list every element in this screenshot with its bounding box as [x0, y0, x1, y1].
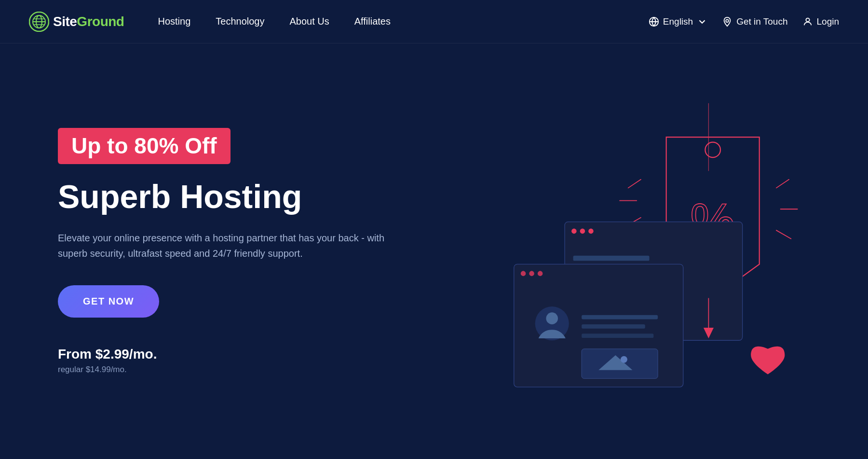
login-label: Login [817, 16, 840, 27]
language-label: English [663, 16, 693, 27]
login-link[interactable]: Login [802, 16, 840, 27]
svg-line-13 [776, 179, 789, 188]
logo-icon [29, 12, 49, 32]
svg-line-10 [628, 179, 641, 188]
hero-section: Up to 80% Off Superb Hosting Elevate you… [0, 43, 868, 459]
svg-rect-20 [573, 255, 650, 261]
get-in-touch-link[interactable]: Get in Touch [722, 16, 787, 27]
cta-button[interactable]: GET NOW [58, 285, 159, 318]
svg-point-28 [546, 312, 558, 324]
svg-line-15 [776, 230, 791, 239]
svg-rect-31 [582, 334, 653, 338]
svg-point-26 [538, 271, 543, 276]
svg-point-5 [726, 19, 729, 22]
nav-link-about-us[interactable]: About Us [280, 11, 339, 32]
svg-point-24 [521, 271, 526, 276]
price-main: From $2.99/mo. [58, 347, 472, 362]
discount-badge: Up to 80% Off [58, 128, 231, 164]
logo-text: SiteGround [53, 14, 124, 29]
nav-links: Hosting Technology About Us Affiliates [148, 11, 648, 32]
nav-link-hosting[interactable]: Hosting [148, 11, 200, 32]
svg-point-19 [588, 228, 594, 234]
svg-point-8 [705, 142, 720, 157]
hero-description: Elevate your online presence with a host… [58, 230, 386, 261]
nav-right: English Get in Touch Login [649, 16, 839, 27]
price-regular: regular $14.99/mo. [58, 365, 472, 375]
language-icon [649, 16, 659, 27]
user-icon [802, 16, 813, 27]
price-block: From $2.99/mo. regular $14.99/mo. [58, 347, 472, 375]
nav-link-affiliates[interactable]: Affiliates [345, 11, 400, 32]
svg-rect-29 [582, 315, 658, 319]
logo[interactable]: SiteGround [29, 12, 124, 32]
location-icon [722, 16, 732, 27]
nav-link-technology[interactable]: Technology [206, 11, 274, 32]
svg-rect-30 [582, 324, 645, 328]
get-in-touch-label: Get in Touch [736, 16, 787, 27]
hero-title: Superb Hosting [58, 179, 472, 215]
language-selector[interactable]: English [649, 16, 707, 27]
navbar: SiteGround Hosting Technology About Us A… [0, 0, 868, 43]
svg-point-34 [621, 356, 627, 362]
svg-point-18 [580, 228, 585, 234]
svg-point-25 [529, 271, 534, 276]
hero-content: Up to 80% Off Superb Hosting Elevate you… [58, 128, 472, 374]
svg-point-6 [806, 18, 809, 21]
chevron-down-icon [697, 16, 707, 27]
svg-point-17 [571, 228, 577, 234]
hero-illustration: % [472, 83, 810, 420]
illustration-svg: % [472, 83, 810, 420]
